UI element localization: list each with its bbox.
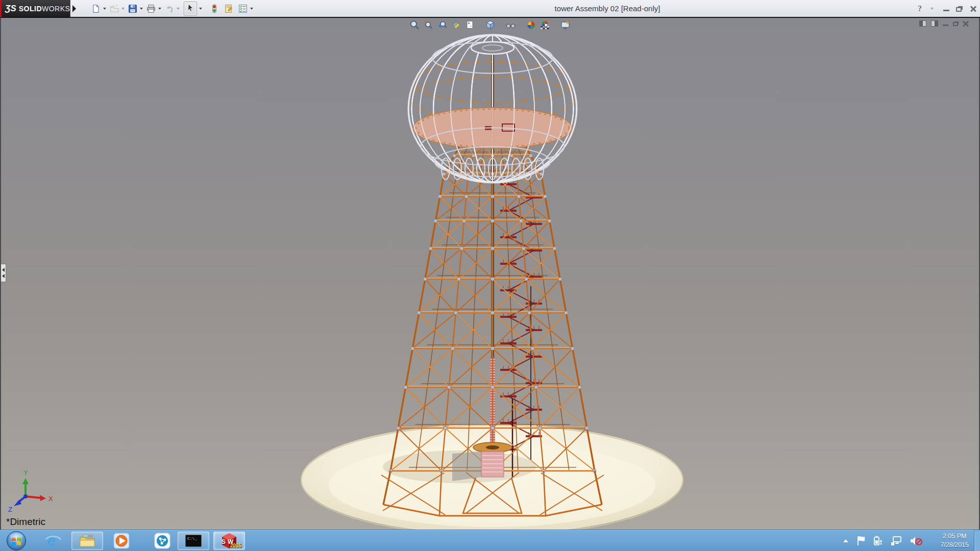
close-button[interactable] [970,6,977,12]
doc-close-button[interactable] [963,20,969,27]
feature-manager-collapse-tab[interactable] [1,264,6,282]
graphics-area[interactable]: +- [0,18,980,530]
print-dropdown[interactable] [158,8,161,10]
help-icon[interactable]: ? [918,4,922,13]
pane-left-icon[interactable] [919,20,926,27]
window-title: tower Assembly 02 [Read-only] [555,4,660,13]
network-icon[interactable] [891,535,903,546]
rebuild-trafficlight-icon [210,4,219,13]
title-bar: ƷS SOLIDWORKS [0,0,980,17]
zoom-to-fit-icon [410,20,420,30]
doc-restore-button[interactable] [953,22,958,26]
view-orientation-label: *Dimetric [6,516,45,528]
annotation-views-icon: +- [465,20,475,30]
undo-button[interactable] [164,3,175,14]
previous-view-icon [437,20,448,30]
collapse-arrow-icon [2,268,5,272]
headsup-view-toolbar: +- [409,19,572,31]
open-folder-icon [110,4,119,13]
minimize-button[interactable] [943,6,949,11]
rebuild-button[interactable] [209,3,219,14]
previous-view-button[interactable] [436,19,449,31]
menu-expand-icon[interactable] [72,5,76,12]
svg-text:e: e [47,533,56,548]
file-properties-icon [224,4,233,13]
pane-right-icon[interactable] [931,20,938,27]
section-view-button[interactable] [450,19,462,31]
open-dropdown[interactable] [121,8,125,10]
restore-button[interactable] [956,7,962,12]
tower-assembly-model[interactable] [1,18,979,530]
taskbar: e C:\_ [0,530,980,551]
system-tray [842,530,923,551]
window-controls: ? [918,0,977,17]
help-dropdown[interactable] [930,8,934,10]
hide-show-items-button[interactable] [505,19,517,31]
edit-appearance-button[interactable] [525,19,537,31]
clock-date: 7/28/2015 [940,541,969,549]
show-desktop-button[interactable] [974,530,980,551]
options-list-icon [238,4,248,13]
solidworks-logo-icon: ƷS [5,4,16,14]
options-button[interactable] [238,3,248,14]
molecule-app-icon [154,533,170,549]
open-button[interactable] [109,3,119,14]
section-view-icon [451,20,461,30]
annotation-views-button[interactable]: +- [464,19,476,31]
eyeglasses-icon [506,20,516,30]
standard-toolbar [91,2,256,16]
solidworks-menu-logo[interactable]: ƷS SOLIDWORKS [0,0,70,17]
taskbar-windows-explorer[interactable] [71,532,103,550]
windows-start-icon [6,531,27,551]
printer-icon [146,4,156,13]
view-settings-icon [560,20,571,30]
save-dropdown[interactable] [140,8,143,10]
power-plug-icon[interactable] [873,535,884,546]
new-dropdown[interactable] [103,8,106,10]
svg-text:+: + [468,21,470,25]
taskbar-media-player[interactable] [111,532,132,550]
show-hidden-icons[interactable] [842,538,849,544]
orientation-triad: Y X Z [2,467,58,518]
media-player-icon [113,533,130,549]
volume-muted-icon[interactable] [910,535,923,546]
file-properties-button[interactable] [224,3,234,14]
clock-time: 2:05 PM [943,532,967,541]
internet-explorer-icon: e [44,532,62,549]
sw-year-badge: 2015 [230,543,241,548]
options-dropdown[interactable] [250,8,253,10]
select-tool-button[interactable] [184,2,197,16]
new-document-icon [91,4,101,13]
command-prompt-icon: C:\_ [185,535,202,547]
document-window-controls [919,20,969,27]
svg-text:Y: Y [23,469,28,477]
taskbar-solidworks[interactable]: SW 2015 [213,532,245,550]
folder-icon [79,534,95,548]
svg-text:Z: Z [8,506,12,513]
action-center-flag-icon[interactable] [856,535,866,546]
taskbar-internet-explorer[interactable]: e [43,532,63,550]
zoom-to-area-icon [424,20,434,30]
brand-bold: SOLID [19,5,42,13]
apply-scene-button[interactable] [539,19,551,31]
view-orientation-button[interactable] [484,19,497,31]
doc-minimize-button[interactable] [943,21,948,26]
undo-dropdown[interactable] [177,8,180,10]
undo-icon [165,4,174,13]
zoom-to-area-button[interactable] [423,19,435,31]
print-button[interactable] [146,3,156,14]
taskbar-clock[interactable]: 2:05 PM 7/28/2015 [940,530,969,551]
desktop: ƷS SOLIDWORKS [0,0,980,551]
new-button[interactable] [91,3,101,14]
appearance-ball-icon [526,20,536,30]
select-dropdown[interactable] [199,8,202,10]
taskbar-molecule-app[interactable] [152,532,173,550]
svg-text:X: X [48,495,53,503]
zoom-to-fit-button[interactable] [409,19,421,31]
collapse-arrow-icon [2,274,5,278]
start-button[interactable] [6,531,27,551]
save-button[interactable] [128,3,138,14]
view-settings-button[interactable] [559,19,572,31]
save-floppy-icon [128,4,137,13]
taskbar-command-prompt[interactable]: C:\_ [178,532,209,550]
